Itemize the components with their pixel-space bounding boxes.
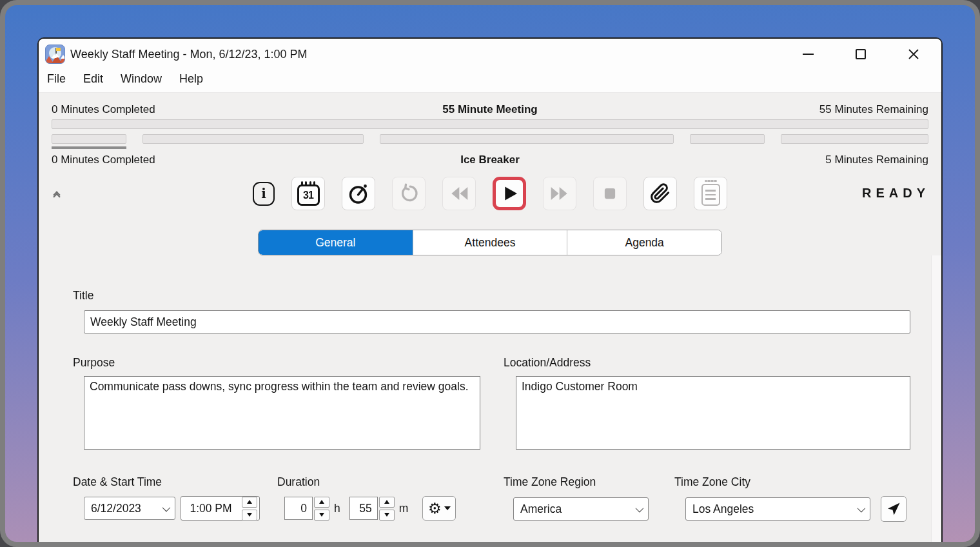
calendar-icon: 31 [297,184,320,206]
segment-minutes-completed: 0 Minutes Completed [52,154,219,166]
scrollbar-track[interactable] [931,255,941,547]
minutes-spin-down[interactable] [379,510,395,521]
arrow-down-icon [319,513,324,517]
duration-minutes-input[interactable]: 55 [349,497,378,520]
location-textarea[interactable]: Indigo Customer Room [516,376,910,450]
chevron-down-icon [636,504,644,512]
time-spin-up[interactable] [242,497,257,508]
tz-city-select[interactable]: Los Angeles [685,497,870,521]
hours-spin-down[interactable] [314,510,329,521]
play-button[interactable] [493,177,526,210]
date-select[interactable]: 6/12/2023 [84,497,175,520]
maximize-icon [856,49,866,59]
segment-bar-1 [52,134,126,144]
reset-icon [398,183,419,204]
gear-icon: ⚙ [428,501,442,516]
close-icon [908,48,919,60]
overall-minutes-completed: 0 Minutes Completed [52,103,219,116]
paperclip-icon [650,183,671,204]
attachment-button[interactable] [643,177,677,210]
date-value: 6/12/2023 [91,502,157,515]
segment-bar-3 [380,134,674,144]
title-bar[interactable]: Weekly Staff Meeting - Mon, 6/12/23, 1:0… [39,39,941,70]
rewind-icon [448,183,470,204]
reset-button[interactable] [392,177,426,210]
app-window: Weekly Staff Meeting - Mon, 6/12/23, 1:0… [37,37,943,547]
start-time-spinner[interactable]: 1:00 PM [181,496,260,521]
general-form: Title Purpose Communicate pass downs, sy… [39,255,941,522]
collapse-button[interactable] [54,192,59,199]
time-spin-down[interactable] [242,510,257,521]
tz-city-label: Time Zone City [674,475,750,489]
tz-city-value: Los Angeles [692,502,852,516]
window-title: Weekly Staff Meeting - Mon, 6/12/23, 1:0… [70,48,308,61]
title-label: Title [73,289,910,303]
tab-agenda[interactable]: Agenda [567,230,721,255]
timer-icon [347,182,370,205]
arrow-down-icon [247,513,252,517]
location-label: Location/Address [504,356,910,370]
segment-bars [52,134,928,144]
app-icon [45,45,65,64]
segment-progress-labels: 0 Minutes Completed Ice Breaker 5 Minute… [52,154,928,166]
duration-settings-button[interactable]: ⚙ [422,496,456,521]
overall-minutes-remaining: 55 Minutes Remaining [761,103,928,116]
rewind-button[interactable] [442,177,476,210]
chevron-down-icon [162,503,171,512]
maximize-button[interactable] [852,46,869,63]
fast-forward-button[interactable] [543,177,576,210]
menu-window[interactable]: Window [121,72,162,86]
desktop-background: Weekly Staff Meeting - Mon, 6/12/23, 1:0… [0,0,980,547]
purpose-textarea[interactable]: Communicate pass downs, sync progress wi… [84,376,480,450]
current-segment-title: Ice Breaker [219,154,761,166]
overall-progress-labels: 0 Minutes Completed 55 Minute Meeting 55… [52,103,928,116]
info-icon: i [261,186,266,201]
play-icon [499,183,520,204]
title-input[interactable] [84,310,910,333]
menu-file[interactable]: File [47,72,66,86]
tab-bar: General Attendees Agenda [258,230,722,255]
status-badge: READY [862,186,930,201]
date-start-label: Date & Start Time [73,475,277,489]
hours-unit-label: h [334,502,340,515]
arrow-up-icon [384,500,389,504]
close-button[interactable] [905,46,922,63]
hours-spin-up[interactable] [314,497,329,508]
stop-button[interactable] [593,177,627,210]
chevron-down-icon [858,504,866,512]
toolbar: i 31 [39,174,941,217]
stop-icon [600,184,620,203]
timer-button[interactable] [342,177,375,210]
duration-hours-input[interactable]: 0 [284,497,313,520]
minimize-button[interactable] [799,46,816,63]
segment-bar-2 [142,134,364,144]
menu-edit[interactable]: Edit [83,72,103,86]
info-button[interactable]: i [253,182,275,206]
arrow-down-icon [384,513,389,517]
minimize-icon [803,54,814,55]
tab-general[interactable]: General [259,230,413,255]
purpose-label: Purpose [73,356,480,370]
overall-progress-bar [52,119,928,129]
minutes-unit-label: m [399,502,409,515]
navigation-arrow-icon [886,501,901,517]
progress-section: 0 Minutes Completed 55 Minute Meeting 55… [39,93,941,166]
notes-icon [701,184,720,206]
start-time-value: 1:00 PM [181,502,240,515]
segment-bar-5 [781,134,928,144]
caret-down-icon [444,506,451,510]
tab-attendees[interactable]: Attendees [413,230,567,255]
segment-bar-4 [690,134,765,144]
arrow-up-icon [247,500,252,504]
minutes-spin-up[interactable] [379,497,395,508]
menu-help[interactable]: Help [179,72,203,86]
tz-region-label: Time Zone Region [504,475,674,489]
calendar-button[interactable]: 31 [291,177,325,210]
tz-region-value: America [520,502,631,516]
tz-region-select[interactable]: America [513,497,649,521]
locate-timezone-button[interactable] [881,496,906,522]
notes-button[interactable] [694,177,727,210]
fast-forward-icon [549,183,571,204]
meeting-length-title: 55 Minute Meeting [219,103,761,116]
duration-label: Duration [277,475,320,489]
